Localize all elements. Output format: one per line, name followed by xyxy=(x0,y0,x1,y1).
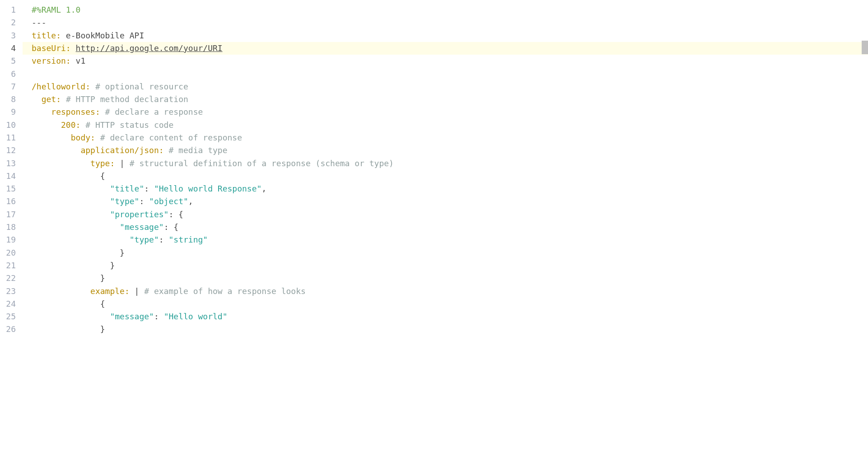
code-line[interactable]: "type": "object", xyxy=(23,195,868,208)
code-token xyxy=(71,42,76,55)
line-number[interactable]: 12 xyxy=(0,144,16,157)
code-token xyxy=(32,285,90,298)
code-token xyxy=(32,106,51,118)
code-token: # optional resource xyxy=(90,80,188,93)
code-line[interactable]: } xyxy=(23,259,868,272)
code-token: # media type xyxy=(164,144,228,157)
line-number[interactable]: 20 xyxy=(0,247,16,259)
line-number[interactable]: 15 xyxy=(0,182,16,195)
code-line[interactable]: /helloworld: # optional resource xyxy=(23,80,868,93)
code-token: version: xyxy=(32,55,71,67)
code-editor[interactable]: 1234567891011121314151617181920212223242… xyxy=(0,0,868,336)
code-token: body: xyxy=(71,131,95,144)
code-line[interactable]: "type": "string" xyxy=(23,234,868,246)
code-line[interactable]: #%RAML 1.0 xyxy=(23,4,868,16)
code-line[interactable]: baseUri: http://api.google.com/your/URI xyxy=(23,42,868,55)
code-line[interactable]: example: | # example of how a response l… xyxy=(23,285,868,298)
line-number[interactable]: 11 xyxy=(0,131,16,144)
line-number[interactable]: 22 xyxy=(0,272,16,285)
code-line[interactable]: { xyxy=(23,170,868,182)
code-token: # declare content of response xyxy=(95,131,242,144)
code-line[interactable]: } xyxy=(23,247,868,259)
code-token: v1 xyxy=(71,55,86,67)
line-number[interactable]: 14 xyxy=(0,170,16,182)
code-token: : xyxy=(139,195,149,208)
line-number[interactable]: 9 xyxy=(0,106,16,118)
code-token: "type" xyxy=(130,234,159,246)
code-token xyxy=(32,131,71,144)
line-number[interactable]: 17 xyxy=(0,208,16,221)
code-token: "Hello world Response" xyxy=(154,182,261,195)
line-number[interactable]: 5 xyxy=(0,55,16,67)
line-number[interactable]: 10 xyxy=(0,119,16,131)
line-number[interactable]: 19 xyxy=(0,234,16,246)
code-token: "message" xyxy=(110,310,154,323)
code-token xyxy=(32,221,120,234)
scrollbar-thumb[interactable] xyxy=(862,41,868,54)
code-token: http://api.google.com/your/URI xyxy=(76,42,223,55)
code-token xyxy=(32,195,110,208)
code-token xyxy=(32,93,42,106)
code-line[interactable]: responses: # declare a response xyxy=(23,106,868,118)
code-token: "Hello world" xyxy=(164,310,228,323)
code-token: "message" xyxy=(120,221,164,234)
code-token: "title" xyxy=(110,182,144,195)
code-token: example: xyxy=(90,285,130,298)
line-number[interactable]: 21 xyxy=(0,259,16,272)
code-token: "type" xyxy=(110,195,139,208)
line-number[interactable]: 6 xyxy=(0,67,16,80)
line-number[interactable]: 25 xyxy=(0,310,16,323)
code-token: : xyxy=(154,310,164,323)
code-line[interactable]: --- xyxy=(23,16,868,29)
line-number[interactable]: 2 xyxy=(0,16,16,29)
code-line[interactable]: } xyxy=(23,323,868,336)
code-token xyxy=(32,310,110,323)
code-token: "object" xyxy=(149,195,188,208)
code-line[interactable] xyxy=(23,67,868,80)
code-line[interactable]: { xyxy=(23,298,868,310)
line-number[interactable]: 23 xyxy=(0,285,16,298)
code-token: } xyxy=(32,323,105,336)
code-token: baseUri: xyxy=(32,42,71,55)
code-token xyxy=(32,119,61,131)
code-token: } xyxy=(32,247,125,259)
code-line[interactable]: version: v1 xyxy=(23,55,868,67)
code-line[interactable]: type: | # structural definition of a res… xyxy=(23,157,868,170)
code-token: | xyxy=(115,157,130,170)
line-number[interactable]: 8 xyxy=(0,93,16,106)
code-token: #%RAML 1.0 xyxy=(32,4,80,16)
code-line[interactable]: body: # declare content of response xyxy=(23,131,868,144)
code-line[interactable]: 200: # HTTP status code xyxy=(23,119,868,131)
code-line[interactable]: "properties": { xyxy=(23,208,868,221)
code-token: # HTTP status code xyxy=(80,119,173,131)
code-line[interactable]: "title": "Hello world Response", xyxy=(23,182,868,195)
code-token: # HTTP method declaration xyxy=(61,93,188,106)
line-number[interactable]: 4 xyxy=(0,42,16,55)
code-token: responses: xyxy=(51,106,100,118)
code-token: : xyxy=(159,234,169,246)
code-line[interactable]: title: e-BookMobile API xyxy=(23,29,868,42)
line-number[interactable]: 7 xyxy=(0,80,16,93)
code-token: # declare a response xyxy=(100,106,203,118)
line-number[interactable]: 16 xyxy=(0,195,16,208)
code-token: : xyxy=(144,182,154,195)
scrollbar-track[interactable] xyxy=(862,0,868,336)
code-line[interactable]: "message": { xyxy=(23,221,868,234)
code-line[interactable]: "message": "Hello world" xyxy=(23,310,868,323)
line-number[interactable]: 26 xyxy=(0,323,16,336)
code-line[interactable]: } xyxy=(23,272,868,285)
line-number-gutter: 1234567891011121314151617181920212223242… xyxy=(0,0,23,336)
code-area[interactable]: #%RAML 1.0---title: e-BookMobile APIbase… xyxy=(23,0,868,336)
line-number[interactable]: 3 xyxy=(0,29,16,42)
code-token: } xyxy=(32,259,115,272)
code-token xyxy=(32,234,130,246)
line-number[interactable]: 18 xyxy=(0,221,16,234)
line-number[interactable]: 13 xyxy=(0,157,16,170)
line-number[interactable]: 1 xyxy=(0,4,16,16)
code-line[interactable]: get: # HTTP method declaration xyxy=(23,93,868,106)
code-token xyxy=(32,144,80,157)
code-line[interactable]: application/json: # media type xyxy=(23,144,868,157)
line-number[interactable]: 24 xyxy=(0,298,16,310)
code-token: get: xyxy=(42,93,61,106)
code-token: | xyxy=(130,285,145,298)
